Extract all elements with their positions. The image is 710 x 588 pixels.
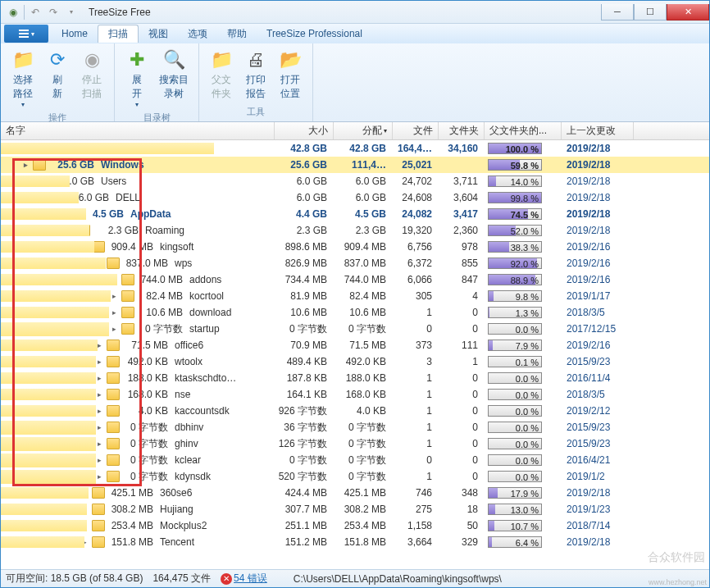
dropdown-icon[interactable]: ▾ xyxy=(64,5,79,20)
cell-date: 2019/2/16 xyxy=(562,340,634,351)
expander-icon[interactable]: ▸ xyxy=(109,325,119,333)
row-name: 188.0 KBktaskschdto… xyxy=(122,372,275,384)
row-name: 837.0 MBwps xyxy=(122,258,275,269)
close-button[interactable]: ✕ xyxy=(667,4,709,21)
cell-files: 1 xyxy=(393,372,439,384)
minimize-button[interactable]: ─ xyxy=(601,4,634,21)
cell-date: 2019/2/18 xyxy=(562,192,634,203)
folder-icon xyxy=(92,536,105,548)
tree-row[interactable]: ▾6.0 GBDELL6.0 GB6.0 GB24,6083,60499.8 %… xyxy=(1,189,709,206)
app-icon: ◉ xyxy=(6,5,20,20)
print-report-button[interactable]: 🖨打印报告 xyxy=(240,45,271,104)
tree-row[interactable]: ▸0 字节数startup0 字节数0 字节数000.0 %2017/12/15 xyxy=(1,321,709,337)
ribbon-group-operations: 📁选择路径▾ ⟳刷新 ◉停止扫描 操作 xyxy=(1,43,115,121)
tree-row[interactable]: ▾4.5 GBAppData4.4 GB4.5 GB24,0823,41774.… xyxy=(1,206,709,222)
tree-row[interactable]: ▸188.0 KBktaskschdto…187.8 KB188.0 KB100… xyxy=(1,370,709,386)
tree-row[interactable]: ▸25.6 GBWindows25.6 GB111,4…25,02159.8 %… xyxy=(1,157,709,173)
tree-row[interactable]: ▸253.4 MBMockplus2251.1 MB253.4 MB1,1585… xyxy=(1,517,709,534)
cell-size: 307.7 MB xyxy=(275,504,334,515)
tree-row[interactable]: ▸425.1 MB360se6424.4 MB425.1 MB74634817.… xyxy=(1,485,709,501)
select-path-button[interactable]: 📁选择路径▾ xyxy=(7,45,39,112)
cell-files: 1 xyxy=(393,405,439,417)
header-files[interactable]: 文件 xyxy=(393,122,439,139)
tree-row[interactable]: ▸0 字节数kclear0 字节数0 字节数000.0 %2016/4/21 xyxy=(1,452,709,468)
tree-row[interactable]: ▸168.0 KBnse164.1 KB168.0 KB100.0 %2018/… xyxy=(1,386,709,403)
cell-folders: 2,360 xyxy=(439,225,485,236)
tab-pro[interactable]: TreeSize Professional xyxy=(257,25,372,43)
tab-view[interactable]: 视图 xyxy=(139,25,178,43)
cell-folders: 34,160 xyxy=(439,143,485,154)
header-name[interactable]: 名字 xyxy=(1,122,275,139)
tree-row[interactable]: ▸492.0 KBwtoolx489.4 KB492.0 KB310.1 %20… xyxy=(1,353,709,370)
tab-scan[interactable]: 扫描 xyxy=(98,25,139,43)
tree-row[interactable]: ▾837.0 MBwps826.9 MB837.0 MB6,37285592.0… xyxy=(1,255,709,271)
tree-row[interactable]: ▸4.0 KBkaccountsdk926 字节数4.0 KB100.0 %20… xyxy=(1,403,709,419)
tab-help[interactable]: 帮助 xyxy=(217,25,257,43)
expand-button[interactable]: ✚展开▾ xyxy=(121,45,152,112)
cell-folders: 18 xyxy=(439,504,485,515)
header-folders[interactable]: 文件夹 xyxy=(439,122,485,139)
folder-icon xyxy=(92,487,105,499)
tree-row[interactable]: ▸10.6 MBdownload10.6 MB10.6 MB101.3 %201… xyxy=(1,304,709,321)
watermark-url: www.hezhong.net xyxy=(649,578,707,586)
ribbon-group-tree: ✚展开▾ 🔍搜索目录树 目录树 xyxy=(115,43,199,121)
cell-files: 373 xyxy=(393,340,439,351)
tree-row[interactable]: ▸71.5 MBoffice670.9 MB71.5 MB3731117.9 %… xyxy=(1,337,709,353)
cell-size: 489.4 KB xyxy=(275,356,334,367)
tree-row[interactable]: ▸744.0 MBaddons734.4 MB744.0 MB6,0668478… xyxy=(1,271,709,288)
header-size[interactable]: 大小 xyxy=(275,122,334,139)
app-menu-button[interactable]: ▾ xyxy=(4,25,48,43)
tree-row[interactable]: ▸0 字节数kdynsdk520 字节数0 字节数100.0 %2019/1/2 xyxy=(1,468,709,485)
tree-row[interactable]: ▾2.3 GBRoaming2.3 GB2.3 GB19,3202,36052.… xyxy=(1,222,709,239)
cell-folders: 0 xyxy=(439,438,485,449)
tree-row[interactable]: ▸0 字节数ghinv126 字节数0 字节数100.0 %2015/9/23 xyxy=(1,435,709,452)
row-name: 909.4 MBkingsoft xyxy=(107,241,275,253)
tab-options[interactable]: 选项 xyxy=(178,25,217,43)
tree-row[interactable]: ▸0 字节数dbhinv36 字节数0 字节数100.0 %2015/9/23 xyxy=(1,419,709,435)
menubar: ▾ Home 扫描 视图 选项 帮助 TreeSize Professional xyxy=(1,24,709,43)
cell-folders: 3,417 xyxy=(439,208,485,220)
folder-icon xyxy=(92,504,105,515)
header-alloc[interactable]: 分配▾ xyxy=(334,122,393,139)
ribbon-group-label: 工具 xyxy=(206,106,306,120)
open-location-button[interactable]: 📂打开位置 xyxy=(275,45,306,104)
folder-icon xyxy=(107,422,120,433)
cell-size: 826.9 MB xyxy=(275,258,334,269)
refresh-button[interactable]: ⟳刷新 xyxy=(42,45,73,104)
tree-row[interactable]: ▸308.2 MBHujiang307.7 MB308.2 MB2751813.… xyxy=(1,501,709,517)
redo-icon[interactable]: ↷ xyxy=(46,5,61,20)
tree-row[interactable]: ▸151.8 MBTencent151.2 MB151.8 MB3,664329… xyxy=(1,534,709,550)
undo-icon[interactable]: ↶ xyxy=(28,5,43,20)
tree-row[interactable]: ▾909.4 MBkingsoft898.6 MB909.4 MB6,75697… xyxy=(1,239,709,255)
cell-size: 926 字节数 xyxy=(275,404,334,418)
cell-alloc: 10.6 MB xyxy=(334,307,393,318)
cell-alloc: 82.4 MB xyxy=(334,290,393,302)
cell-date: 2019/1/23 xyxy=(562,504,634,515)
expander-icon[interactable]: ▸ xyxy=(109,308,119,317)
stop-scan-button[interactable]: ◉停止扫描 xyxy=(76,45,107,104)
parent-folder-button[interactable]: 📁父文件夹 xyxy=(206,45,237,104)
search-tree-button[interactable]: 🔍搜索目录树 xyxy=(156,45,192,104)
cell-alloc: 2.3 GB xyxy=(334,225,393,236)
cell-percent: 0.0 % xyxy=(485,454,562,466)
header-date[interactable]: 上一次更改 xyxy=(562,122,634,139)
tree-row[interactable]: ▾42.8 GBC:\42.8 GB42.8 GB164,4…34,160100… xyxy=(1,140,709,157)
cell-files: 1 xyxy=(393,307,439,318)
cell-files: 746 xyxy=(393,487,439,499)
tab-home[interactable]: Home xyxy=(52,25,98,43)
folder-icon xyxy=(107,340,120,351)
cell-percent: 7.9 % xyxy=(485,340,562,351)
header-pct[interactable]: 父文件夹的... xyxy=(485,122,562,139)
folder-open-icon: 📂 xyxy=(279,48,302,71)
cell-folders: 0 xyxy=(439,454,485,466)
cell-files: 164,4… xyxy=(393,143,439,154)
status-errors[interactable]: ✕54 错误 xyxy=(221,572,267,586)
statusbar: 可用空间: 18.5 GB (of 58.4 GB) 164,475 文件 ✕5… xyxy=(1,569,709,587)
expander-icon[interactable]: ▸ xyxy=(20,161,30,169)
tree-area[interactable]: ▾42.8 GBC:\42.8 GB42.8 GB164,4…34,160100… xyxy=(1,140,709,569)
tree-row[interactable]: ▾6.0 GBUsers6.0 GB6.0 GB24,7023,71114.0 … xyxy=(1,173,709,189)
maximize-button[interactable]: ☐ xyxy=(634,4,667,21)
tree-row[interactable]: ▸82.4 MBkocrtool81.9 MB82.4 MB30549.8 %2… xyxy=(1,288,709,304)
folder-icon xyxy=(107,356,120,367)
cell-date: 2019/2/18 xyxy=(562,225,634,236)
